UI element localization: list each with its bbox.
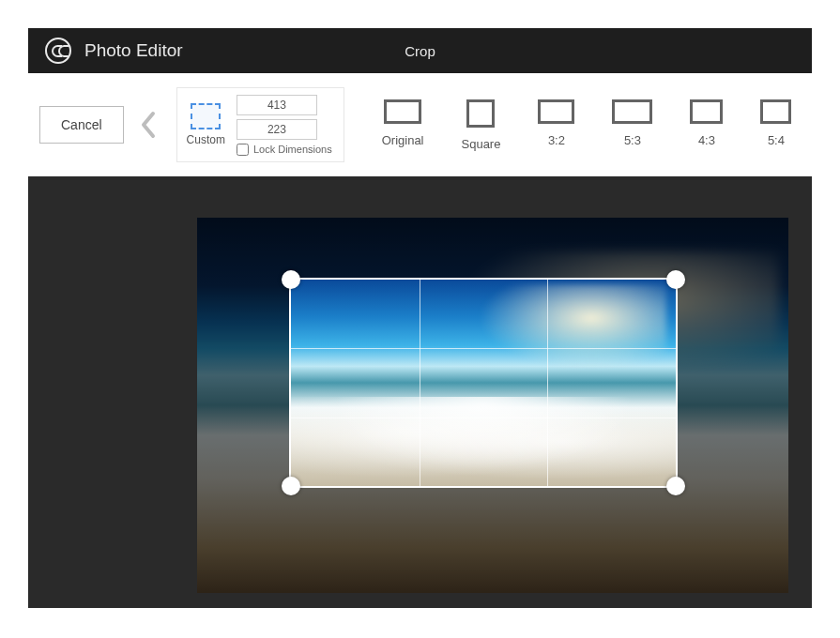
crop-handle-tr[interactable] [666, 270, 685, 289]
lock-dimensions-label: Lock Dimensions [253, 144, 332, 155]
width-input[interactable] [237, 95, 317, 115]
preset-shape-icon [760, 99, 791, 124]
chevron-left-icon [140, 111, 157, 139]
crop-waves [291, 397, 676, 486]
preset-square[interactable]: Square [462, 99, 501, 151]
preset-5-3[interactable]: 5:3 [612, 99, 652, 151]
lock-dimensions-checkbox[interactable] [237, 144, 249, 156]
preset-original[interactable]: Original [382, 99, 424, 151]
preset-shape-icon [466, 99, 495, 128]
crop-toolbar: Cancel Custom Lock Dimensions OriginalSq… [28, 73, 812, 176]
preset-3-2[interactable]: 3:2 [538, 99, 574, 151]
creative-cloud-icon [45, 38, 71, 64]
preset-label: 5:4 [768, 133, 785, 147]
preset-shape-icon [690, 99, 723, 124]
grid-line-v2 [547, 280, 548, 486]
preset-shape-icon [538, 99, 574, 124]
height-input[interactable] [237, 119, 317, 140]
preset-label: Original [382, 133, 424, 147]
crop-clouds [479, 284, 666, 369]
preset-5-4[interactable]: 5:4 [760, 99, 791, 151]
cancel-button[interactable]: Cancel [39, 106, 124, 144]
preset-shape-icon [384, 99, 421, 124]
app-window: Photo Editor Crop Cancel Custom Lock Dim… [28, 28, 812, 608]
preset-4-3[interactable]: 4:3 [690, 99, 723, 151]
lock-dimensions-row[interactable]: Lock Dimensions [237, 144, 332, 156]
grid-line-h1 [291, 348, 676, 349]
preset-label: 3:2 [548, 133, 565, 147]
crop-box[interactable] [291, 280, 676, 486]
back-button[interactable] [139, 109, 158, 141]
custom-label: Custom [187, 133, 225, 146]
custom-preset[interactable]: Custom [187, 103, 225, 146]
mode-label: Crop [405, 43, 435, 59]
crop-handle-bl[interactable] [282, 477, 300, 495]
canvas-area [28, 176, 812, 608]
aspect-presets: OriginalSquare3:25:34:35:4 [382, 99, 792, 151]
crop-handle-tl[interactable] [282, 270, 300, 289]
preset-label: Square [462, 137, 501, 151]
grid-line-h2 [291, 418, 676, 418]
dimension-inputs: Lock Dimensions [237, 95, 332, 156]
custom-crop-icon [191, 103, 221, 129]
preset-label: 4:3 [698, 133, 715, 147]
preset-shape-icon [612, 99, 652, 124]
crop-handle-br[interactable] [666, 477, 685, 495]
app-title: Photo Editor [84, 40, 183, 61]
custom-crop-group: Custom Lock Dimensions [176, 87, 344, 162]
preset-label: 5:3 [624, 133, 641, 147]
grid-line-v1 [420, 280, 420, 486]
header: Photo Editor Crop [28, 28, 812, 73]
